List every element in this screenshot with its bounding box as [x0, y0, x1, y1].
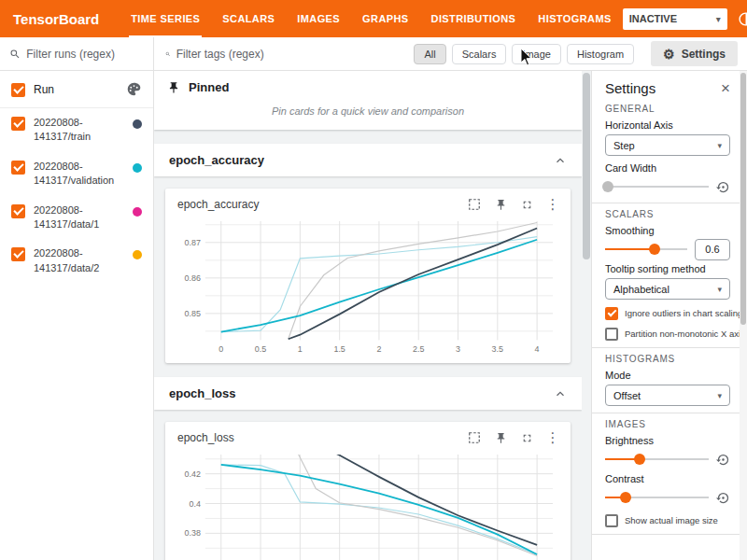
svg-text:2: 2	[376, 344, 381, 354]
tab-images[interactable]: IMAGES	[286, 0, 351, 37]
app-logo: TensorBoard	[0, 11, 120, 27]
chevron-up-icon[interactable]	[554, 387, 567, 400]
partition-x-axis-label: Partition non-monotonic X axis	[625, 329, 745, 339]
close-icon[interactable]: ×	[721, 80, 730, 96]
settings-scrollbar-thumb[interactable]	[740, 73, 746, 325]
card-actions: ⋮	[467, 197, 560, 212]
run-checkbox[interactable]	[11, 161, 25, 175]
topbar-actions: INACTIVE ▾ ↻ ⚙ ?	[623, 8, 747, 30]
ignore-outliers-checkbox[interactable]	[605, 307, 618, 320]
show-actual-size-label: Show actual image size	[625, 515, 718, 525]
run-row-data-2[interactable]: 20220808-141317/data/2	[0, 239, 153, 283]
tooltip-sorting-label: Tooltip sorting method	[605, 263, 730, 274]
main-scrollbar[interactable]	[582, 71, 591, 560]
tab-graphs[interactable]: GRAPHS	[351, 0, 419, 37]
run-row-validation[interactable]: 20220808-141317/validation	[0, 152, 153, 196]
cards-scroll-area: Pinned Pin cards for a quick view and co…	[154, 71, 582, 560]
settings-panel-header: Settings ×	[605, 80, 730, 96]
contrast-slider[interactable]	[605, 491, 709, 504]
show-actual-size-checkbox[interactable]	[605, 514, 618, 527]
brightness-label: Brightness	[605, 435, 730, 446]
epoch-accuracy-chart[interactable]: 00.511.522.533.540.850.860.87	[174, 216, 562, 357]
run-row-train[interactable]: 20220808-141317/train	[0, 108, 153, 152]
chevron-down-icon: ▾	[717, 141, 722, 150]
run-color-dot[interactable]	[133, 163, 142, 173]
chip-all[interactable]: All	[414, 44, 445, 64]
toolbar-row: All Scalars Image Histogram ⚙ Settings	[0, 37, 747, 71]
smoothing-slider[interactable]	[605, 243, 687, 256]
card-width-label: Card Width	[605, 162, 730, 174]
fullscreen-icon[interactable]	[519, 197, 534, 212]
chip-image[interactable]: Image	[512, 44, 561, 64]
chevron-down-icon: ▾	[717, 391, 722, 400]
slider-thumb[interactable]	[620, 492, 631, 503]
tab-scalars[interactable]: SCALARS	[211, 0, 286, 37]
palette-icon[interactable]	[126, 81, 142, 97]
run-row-data-1[interactable]: 20220808-141317/data/1	[0, 196, 153, 240]
histogram-mode-select[interactable]: Offset ▾	[605, 385, 730, 406]
slider-thumb[interactable]	[649, 244, 660, 255]
svg-text:1: 1	[298, 344, 303, 354]
smoothing-label: Smoothing	[605, 225, 730, 236]
main-scrollbar-thumb[interactable]	[583, 73, 590, 259]
show-actual-size-row[interactable]: Show actual image size	[605, 513, 730, 527]
reload-status-dropdown[interactable]: INACTIVE ▾	[623, 8, 727, 30]
run-checkbox[interactable]	[11, 117, 25, 131]
card-header: epoch_accuracy ⋮	[174, 195, 562, 216]
filter-runs-input[interactable]	[26, 48, 144, 61]
chip-scalars[interactable]: Scalars	[452, 44, 507, 64]
horizontal-axis-select[interactable]: Step ▾	[605, 134, 730, 156]
select-all-runs-checkbox[interactable]	[11, 83, 25, 97]
settings-panel-title: Settings	[605, 80, 655, 96]
section-epoch-accuracy[interactable]: epoch_accuracy	[154, 144, 582, 176]
run-checkbox[interactable]	[11, 247, 25, 261]
kebab-menu-icon[interactable]: ⋮	[545, 430, 560, 445]
pin-card-icon[interactable]	[493, 197, 508, 212]
tab-distributions[interactable]: DISTRIBUTIONS	[420, 0, 528, 37]
histograms-section-heading: HISTOGRAMS	[605, 354, 730, 364]
epoch-loss-card: epoch_loss ⋮ 00.511.522.533.540.360.380.…	[165, 422, 571, 560]
settings-button-label: Settings	[682, 48, 726, 61]
reset-contrast-icon[interactable]	[716, 491, 730, 505]
settings-scrollbar[interactable]	[740, 71, 747, 560]
theme-toggle-icon[interactable]	[738, 10, 747, 27]
chevron-up-icon[interactable]	[554, 154, 567, 167]
filter-tags-input[interactable]	[176, 48, 409, 61]
brightness-row	[605, 450, 730, 469]
brightness-slider[interactable]	[605, 453, 709, 466]
section-epoch-loss[interactable]: epoch_loss	[154, 377, 582, 410]
fit-to-data-icon[interactable]	[467, 430, 482, 445]
slider-thumb[interactable]	[634, 454, 645, 465]
svg-text:1.5: 1.5	[333, 344, 345, 354]
ignore-outliers-row[interactable]: Ignore outliers in chart scaling	[605, 306, 730, 320]
reset-card-width-icon[interactable]	[716, 180, 730, 194]
fullscreen-icon[interactable]	[519, 430, 534, 445]
svg-text:0.5: 0.5	[255, 344, 266, 354]
svg-text:0.85: 0.85	[184, 309, 200, 318]
chip-histogram[interactable]: Histogram	[567, 44, 634, 64]
settings-button[interactable]: ⚙ Settings	[651, 41, 738, 66]
tab-time-series[interactable]: TIME SERIES	[120, 0, 211, 37]
partition-x-axis-checkbox[interactable]	[605, 328, 618, 341]
run-color-dot[interactable]	[133, 250, 142, 259]
slider-track	[605, 186, 709, 188]
slider-thumb[interactable]	[602, 181, 613, 192]
run-color-dot[interactable]	[133, 119, 142, 129]
svg-text:0: 0	[218, 344, 223, 354]
partition-x-axis-row[interactable]: Partition non-monotonic X axis	[605, 327, 730, 341]
images-section-heading: IMAGES	[605, 419, 730, 429]
run-color-dot[interactable]	[133, 207, 142, 217]
pin-card-icon[interactable]	[493, 430, 508, 445]
fit-to-data-icon[interactable]	[467, 197, 482, 212]
card-width-slider[interactable]	[605, 180, 709, 193]
cards-main-area: Pinned Pin cards for a quick view and co…	[154, 71, 591, 560]
run-checkbox[interactable]	[11, 204, 25, 218]
tooltip-sorting-select[interactable]: Alphabetical ▾	[605, 278, 730, 300]
kebab-menu-icon[interactable]: ⋮	[545, 197, 560, 212]
epoch-loss-chart[interactable]: 00.511.522.533.540.360.380.40.42	[174, 449, 562, 560]
tab-histograms[interactable]: HISTOGRAMS	[527, 0, 622, 37]
smoothing-value-input[interactable]	[695, 239, 730, 260]
svg-text:0.4: 0.4	[189, 499, 200, 509]
reset-brightness-icon[interactable]	[716, 453, 730, 467]
status-value: INACTIVE	[629, 13, 677, 24]
